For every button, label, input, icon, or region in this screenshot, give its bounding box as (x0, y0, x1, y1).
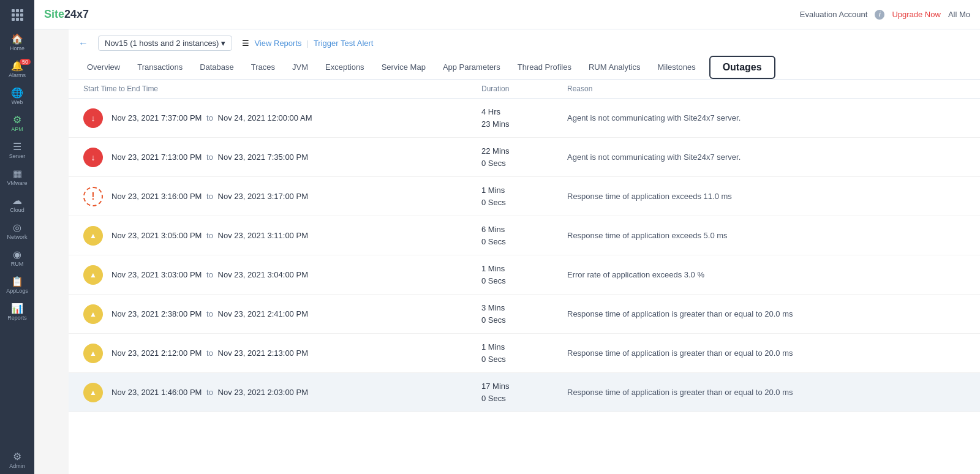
tab-database[interactable]: Database (191, 58, 243, 78)
sidebar-top (0, 0, 34, 29)
duration-line1: 1 Mins (481, 341, 567, 353)
tab-milestones[interactable]: Milestones (649, 58, 704, 78)
sidebar-item-alarms[interactable]: 🔔 50 Alarms (0, 56, 34, 83)
duration-cell: 17 Mins 0 Secs (481, 380, 567, 404)
reason-cell: Response time of application exceeds 11.… (567, 192, 965, 201)
start-time: Nov 23, 2021 3:05:00 PM (111, 231, 202, 240)
sidebar-item-vmware[interactable]: ▦ VMware (0, 164, 34, 191)
row-time-range: ! Nov 23, 2021 3:16:00 PM to Nov 23, 202… (83, 187, 481, 206)
start-time: Nov 23, 2021 2:38:00 PM (111, 309, 202, 318)
home-icon: 🏠 (11, 34, 23, 44)
reports-icon: 📊 (11, 304, 23, 314)
table-area: Start Time to End Time Duration Reason N… (69, 80, 980, 474)
end-time: Nov 24, 2021 12:00:00 AM (218, 113, 312, 122)
tab-app-parameters[interactable]: App Parameters (434, 58, 509, 78)
status-warn-icon (83, 344, 103, 363)
vmware-icon: ▦ (13, 169, 22, 179)
duration-cell: 22 Mins 0 Secs (481, 145, 567, 169)
duration-line1: 3 Mins (481, 302, 567, 314)
sub-header-links: ☰ View Reports | Trigger Test Alert (242, 39, 373, 48)
duration-cell: 1 Mins 0 Secs (481, 263, 567, 287)
sidebar-item-apm[interactable]: ⚙ APM (0, 110, 34, 137)
tab-rum-analytics[interactable]: RUM Analytics (580, 58, 649, 78)
status-warn-icon (83, 226, 103, 246)
start-time: Nov 23, 2021 7:37:00 PM (111, 113, 202, 122)
time-range-text: Nov 23, 2021 7:13:00 PM to Nov 23, 2021 … (111, 152, 308, 162)
tab-transactions[interactable]: Transactions (129, 58, 191, 78)
to-separator: to (206, 270, 213, 279)
sub-header: ← Nov15 (1 hosts and 2 instances) ▾ ☰ Vi… (69, 29, 980, 80)
sidebar-label-server: Server (9, 153, 26, 159)
sidebar-item-web[interactable]: 🌐 Web (0, 83, 34, 110)
sidebar-item-server[interactable]: ☰ Server (0, 137, 34, 164)
table-row: Nov 23, 2021 7:37:00 PM to Nov 24, 2021 … (69, 99, 980, 138)
table-row: Nov 23, 2021 1:46:00 PM to Nov 23, 2021 … (69, 373, 980, 412)
start-time: Nov 23, 2021 2:12:00 PM (111, 348, 202, 358)
reason-cell: Response time of application is greater … (567, 348, 965, 358)
cloud-icon: ☁ (12, 196, 22, 206)
info-icon[interactable]: i (875, 10, 884, 20)
monitor-selector[interactable]: Nov15 (1 hosts and 2 instances) ▾ (98, 36, 232, 51)
table-row: Nov 23, 2021 3:03:00 PM to Nov 23, 2021 … (69, 255, 980, 295)
server-icon: ☰ (13, 142, 21, 152)
start-time: Nov 23, 2021 7:13:00 PM (111, 152, 202, 162)
admin-icon: ⚙ (13, 452, 21, 462)
duration-line2: 0 Secs (481, 197, 567, 209)
reason-cell: Agent is not communicating with Site24x7… (567, 152, 965, 162)
upgrade-now-link[interactable]: Upgrade Now (892, 10, 941, 19)
start-time: Nov 23, 2021 3:16:00 PM (111, 192, 202, 201)
grid-menu-icon[interactable] (12, 9, 23, 21)
sidebar-item-home[interactable]: 🏠 Home (0, 29, 34, 56)
duration-line2: 0 Secs (481, 353, 567, 366)
reason-cell: Response time of application exceeds 5.0… (567, 231, 965, 240)
main-content: ← Nov15 (1 hosts and 2 instances) ▾ ☰ Vi… (69, 29, 980, 474)
trigger-test-link[interactable]: Trigger Test Alert (314, 39, 374, 48)
sidebar-item-applogs[interactable]: 📋 AppLogs (0, 272, 34, 299)
separator: | (307, 39, 309, 48)
sidebar-item-rum[interactable]: ◉ RUM (0, 245, 34, 272)
logo: Site24x7 (44, 8, 89, 21)
duration-cell: 6 Mins 0 Secs (481, 224, 567, 247)
applogs-icon: 📋 (11, 277, 23, 287)
tab-jvm[interactable]: JVM (284, 58, 317, 78)
table-row: ! Nov 23, 2021 3:16:00 PM to Nov 23, 202… (69, 177, 980, 216)
nav-tabs: Overview Transactions Database Traces JV… (78, 58, 704, 78)
sidebar-item-network[interactable]: ◎ Network (0, 218, 34, 245)
table-row: Nov 23, 2021 2:38:00 PM to Nov 23, 2021 … (69, 295, 980, 334)
start-time: Nov 23, 2021 3:03:00 PM (111, 270, 202, 279)
tab-overview[interactable]: Overview (78, 58, 129, 78)
view-reports-link[interactable]: View Reports (254, 39, 301, 48)
topbar: Site24x7 Evaluation Account i Upgrade No… (34, 0, 980, 29)
duration-line2: 0 Secs (481, 275, 567, 287)
sidebar-item-admin[interactable]: ⚙ Admin (0, 447, 34, 474)
to-separator: to (206, 113, 213, 122)
sidebar-label-applogs: AppLogs (6, 288, 28, 294)
status-critical-icon: ! (83, 187, 103, 206)
end-time: Nov 23, 2021 7:35:00 PM (218, 152, 308, 162)
row-time-range: Nov 23, 2021 7:13:00 PM to Nov 23, 2021 … (83, 148, 481, 167)
topbar-right: Evaluation Account i Upgrade Now All Mo (800, 10, 970, 20)
col-time: Start Time to End Time (83, 85, 481, 93)
row-time-range: Nov 23, 2021 1:46:00 PM to Nov 23, 2021 … (83, 383, 481, 402)
end-time: Nov 23, 2021 3:04:00 PM (218, 270, 308, 279)
table-body: Nov 23, 2021 7:37:00 PM to Nov 24, 2021 … (69, 99, 980, 412)
menu-icon: ☰ (242, 39, 249, 48)
row-time-range: Nov 23, 2021 2:12:00 PM to Nov 23, 2021 … (83, 344, 481, 363)
tab-service-map[interactable]: Service Map (373, 58, 434, 78)
tab-traces[interactable]: Traces (243, 58, 284, 78)
to-separator: to (206, 192, 213, 201)
to-separator: to (206, 152, 213, 162)
reason-cell: Agent is not communicating with Site24x7… (567, 113, 965, 122)
table-header: Start Time to End Time Duration Reason (69, 80, 980, 99)
sidebar-item-reports[interactable]: 📊 Reports (0, 299, 34, 326)
to-separator: to (206, 231, 213, 240)
outages-pill[interactable]: Outages (709, 56, 775, 79)
tab-thread-profiles[interactable]: Thread Profiles (509, 58, 580, 78)
sidebar-item-cloud[interactable]: ☁ Cloud (0, 191, 34, 218)
time-range-text: Nov 23, 2021 3:03:00 PM to Nov 23, 2021 … (111, 270, 308, 279)
back-button[interactable]: ← (78, 38, 88, 49)
time-range-text: Nov 23, 2021 1:46:00 PM to Nov 23, 2021 … (111, 388, 308, 397)
sidebar-label-admin: Admin (9, 463, 25, 469)
tab-exceptions[interactable]: Exceptions (317, 58, 373, 78)
end-time: Nov 23, 2021 3:17:00 PM (218, 192, 308, 201)
